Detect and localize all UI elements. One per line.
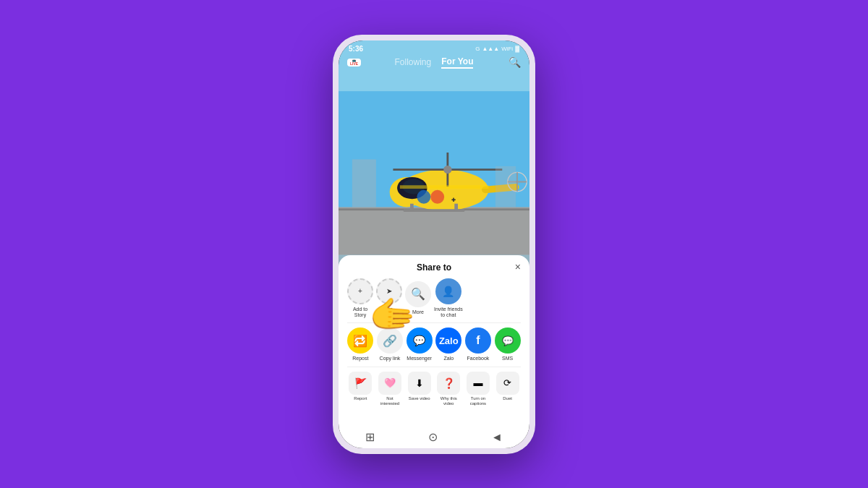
svg-rect-21 [352, 159, 376, 207]
report-icon: 🚩 [349, 372, 372, 395]
wifi-icon: G [475, 46, 480, 52]
messenger-label: Messenger [407, 356, 432, 361]
facebook-item[interactable]: f Facebook [465, 328, 491, 361]
send-to-label: _to送 [386, 307, 393, 319]
sms-icon: 💬 [495, 328, 521, 354]
more-icon: 🔍 [405, 281, 431, 307]
more-item[interactable]: 🔍 More [405, 281, 431, 315]
sms-label: SMS [502, 356, 513, 361]
send-to-item[interactable]: ➤ _to送 [376, 278, 402, 319]
share-apps-row: 🔁 Repost 🔗 Copy link 💬 Messenger Zalo Za… [347, 328, 521, 361]
svg-point-17 [417, 189, 430, 203]
captions-item[interactable]: ▬ Turn oncaptions [467, 372, 490, 406]
not-interested-item[interactable]: 🩷 Notinterested [378, 372, 401, 406]
svg-rect-20 [400, 185, 489, 189]
copy-link-item[interactable]: 🔗 Copy link [377, 328, 403, 361]
status-bar: 5:36 G ▲▲▲ WiFi ▓ [339, 40, 529, 54]
send-to-icon: ➤ [376, 278, 402, 304]
tab-following[interactable]: Following [395, 57, 432, 67]
svg-point-18 [430, 189, 444, 203]
divider-2 [347, 367, 521, 367]
repost-item[interactable]: 🔁 Repost [347, 328, 373, 361]
add-to-story-icon: + [347, 278, 373, 304]
add-to-story-label: Add toStory [353, 307, 367, 319]
wifi-signal-icon: WiFi [501, 46, 513, 52]
sheet-title: Share to [417, 262, 451, 273]
save-video-icon: ⬇ [408, 372, 431, 395]
messenger-icon: 💬 [407, 328, 433, 354]
search-icon-nav[interactable]: 🔍 [509, 56, 521, 68]
svg-rect-1 [339, 207, 529, 254]
invite-friends-item[interactable]: 👤 Invite friendsto chat [434, 278, 463, 319]
sheet-header: Share to × [347, 262, 521, 273]
bottom-navigation: ⊞ ⊙ ◄ [339, 427, 529, 448]
status-icons: G ▲▲▲ WiFi ▓ [475, 46, 519, 52]
action-items-row: 🚩 Report 🩷 Notinterested ⬇ Save video ❓ … [347, 372, 521, 406]
home-circle-icon[interactable]: ⊙ [428, 430, 438, 444]
live-badge: 📺 LIVE [347, 59, 361, 67]
divider-1 [347, 322, 521, 323]
report-item[interactable]: 🚩 Report [349, 372, 372, 406]
svg-rect-16 [454, 203, 458, 210]
captions-icon: ▬ [467, 372, 490, 395]
repost-label: Repost [352, 356, 368, 361]
svg-rect-15 [410, 203, 414, 210]
not-interested-icon: 🩷 [378, 372, 401, 395]
copy-link-icon: 🔗 [377, 328, 403, 354]
back-icon[interactable]: ◄ [491, 431, 503, 444]
app-background: ✚ 5:36 G ▲▲▲ WiFi ▓ [0, 0, 868, 488]
zalo-icon: Zalo [435, 328, 461, 354]
status-time: 5:36 [349, 45, 363, 53]
zalo-label: Zalo [443, 356, 454, 361]
top-navigation: 📺 LIVE Following For You 🔍 [339, 53, 529, 72]
duet-icon: ⟳ [496, 372, 519, 395]
not-interested-label: Notinterested [380, 396, 399, 406]
share-bottom-sheet: Share to × + Add toStory ➤ _to送 [339, 255, 529, 427]
home-icon[interactable]: ⊞ [365, 430, 375, 444]
why-this-video-icon: ❓ [437, 372, 460, 395]
close-button[interactable]: × [515, 261, 521, 273]
why-this-video-item[interactable]: ❓ Why thisvideo [437, 372, 460, 406]
duet-item[interactable]: ⟳ Duet [496, 372, 519, 406]
tab-for-you[interactable]: For You [441, 56, 473, 69]
why-this-video-label: Why thisvideo [441, 396, 457, 406]
copy-link-label: Copy link [380, 356, 401, 361]
phone-frame: ✚ 5:36 G ▲▲▲ WiFi ▓ [333, 35, 535, 454]
facebook-label: Facebook [467, 356, 490, 361]
live-text: LIVE [350, 62, 358, 66]
svg-rect-22 [495, 166, 516, 207]
signal-icon: ▲▲▲ [482, 46, 499, 52]
invite-friends-icon: 👤 [435, 278, 461, 304]
sms-item[interactable]: 💬 SMS [495, 328, 521, 361]
facebook-icon: f [465, 328, 491, 354]
add-to-story-item[interactable]: + Add toStory [347, 278, 373, 319]
report-label: Report [354, 396, 367, 401]
invite-friends-label: Invite friendsto chat [434, 307, 463, 319]
duet-label: Duet [503, 396, 512, 401]
nav-tabs: Following For You [395, 56, 474, 69]
zalo-item[interactable]: Zalo Zalo [435, 328, 461, 361]
save-video-label: Save video [409, 396, 430, 401]
repost-icon: 🔁 [347, 328, 373, 354]
captions-label: Turn oncaptions [470, 396, 486, 406]
save-video-item[interactable]: ⬇ Save video [408, 372, 431, 406]
messenger-item[interactable]: 💬 Messenger [407, 328, 433, 361]
svg-point-13 [443, 165, 451, 173]
story-and-actions-row: + Add toStory ➤ _to送 🔍 More 👤 [347, 278, 521, 319]
svg-text:✚: ✚ [451, 197, 456, 202]
more-label: More [412, 309, 424, 315]
phone-screen: ✚ 5:36 G ▲▲▲ WiFi ▓ [339, 40, 529, 448]
battery-icon: ▓ [515, 46, 519, 52]
